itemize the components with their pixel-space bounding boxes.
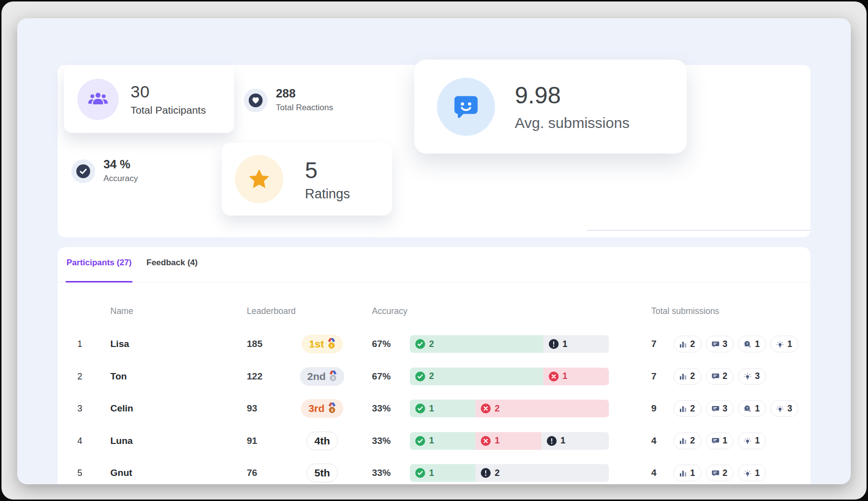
stat-card-ratings: 5 Ratings — [222, 143, 392, 216]
poll-icon — [679, 405, 687, 413]
rank-badge: 1st1 — [301, 335, 342, 353]
poll-badge: 2 — [673, 400, 701, 417]
row-index: 1 — [77, 339, 82, 349]
brainstorm-icon — [743, 469, 752, 477]
total-submissions-count: 9 — [651, 403, 657, 414]
gold-medal-icon: 1 — [328, 338, 335, 349]
rank-label: 3rd — [308, 403, 325, 414]
qna-badge: ?1 — [738, 336, 766, 352]
badge-count: 3 — [723, 404, 728, 414]
submission-type-badges: 121 — [673, 465, 766, 481]
poll-badge: 2 — [673, 336, 701, 352]
badge-count: 1 — [755, 339, 760, 349]
submission-type-badges: 211 — [673, 433, 766, 449]
accuracy-segment-correct: 1 — [410, 400, 475, 417]
svg-text:?: ? — [746, 406, 748, 410]
accuracy-segment-wrong: 1 — [543, 368, 609, 385]
participant-name: Celin — [110, 403, 133, 414]
segment-count: 2 — [495, 404, 500, 414]
leaderboard-score: 122 — [247, 371, 263, 382]
accuracy-bar: 111 — [410, 432, 609, 450]
participants-value: 30 — [131, 82, 206, 101]
comment-badge: 3 — [706, 336, 734, 352]
app-window: 30 Total Paticipants 288 Total Reactions — [17, 18, 851, 484]
participants-icon — [77, 79, 119, 120]
participants-table-panel: Participants (27) Feedback (4) Name Lead… — [58, 247, 810, 484]
rank-badge: 2nd2 — [300, 367, 344, 386]
submission-type-badges: 23?13 — [673, 400, 799, 417]
table-row-celin[interactable]: 3Celin933rd333%12923?13 — [58, 393, 810, 424]
heart-icon — [244, 89, 267, 112]
accuracy-segment-pending: 1 — [543, 335, 609, 353]
silver-medal-icon: 2 — [329, 371, 337, 381]
rank-label: 4th — [314, 435, 330, 447]
badge-count: 2 — [723, 468, 728, 478]
check-circle-icon — [415, 404, 425, 413]
accuracy-segment-wrong: 2 — [475, 400, 609, 417]
brainstorm-icon — [776, 405, 784, 413]
badge-count: 1 — [690, 468, 695, 478]
accuracy-bar: 21 — [410, 335, 609, 353]
accuracy-bar: 21 — [410, 368, 609, 385]
comment-icon — [711, 372, 720, 380]
accuracy-bar: 12 — [410, 464, 609, 482]
stat-card-avg-submissions: 9.98 Avg. submissions — [414, 60, 687, 154]
comment-badge: 3 — [706, 400, 734, 417]
segment-count: 2 — [495, 468, 500, 478]
participant-name: Gnut — [110, 468, 132, 478]
brainstorm-badge: 1 — [738, 433, 766, 449]
rank-cell: 3rd3 — [285, 399, 359, 418]
stat-card-participants: 30 Total Paticipants — [64, 65, 234, 133]
badge-count: 2 — [723, 371, 728, 381]
qna-icon: ? — [743, 340, 752, 348]
check-circle-icon — [415, 468, 425, 478]
star-icon — [235, 155, 283, 203]
segment-count: 1 — [563, 339, 568, 349]
segment-count: 1 — [429, 436, 434, 446]
badge-count: 1 — [755, 468, 760, 478]
rank-cell: 2nd2 — [285, 367, 359, 386]
brainstorm-icon — [743, 437, 752, 445]
accuracy-segment-wrong: 1 — [475, 432, 541, 450]
total-submissions-count: 7 — [651, 339, 657, 349]
segment-count: 2 — [429, 339, 434, 349]
participants-label: Total Paticipants — [131, 104, 206, 116]
badge-count: 2 — [690, 436, 695, 446]
table-row-gnut[interactable]: 5Gnut765th33%124121 — [58, 457, 810, 484]
x-circle-icon — [481, 436, 491, 446]
accuracy-percent: 67% — [372, 371, 391, 382]
accuracy-bar: 12 — [410, 400, 609, 417]
total-submissions-count: 4 — [651, 468, 657, 478]
total-submissions-count: 4 — [651, 436, 657, 446]
svg-text:1: 1 — [331, 344, 333, 348]
avg-submissions-value: 9.98 — [515, 82, 630, 109]
brainstorm-badge: 3 — [738, 368, 766, 385]
qna-icon: ? — [743, 405, 752, 413]
row-index: 2 — [77, 371, 82, 381]
table-body: 1Lisa1851st167%21723?112Ton1222nd267%217… — [58, 247, 810, 484]
segment-count: 1 — [561, 436, 566, 446]
table-row-ton[interactable]: 2Ton1222nd267%217223 — [58, 361, 810, 392]
check-circle-icon — [415, 436, 425, 446]
comment-icon — [711, 340, 720, 348]
table-row-luna[interactable]: 4Luna914th33%1114211 — [58, 425, 810, 457]
badge-count: 2 — [690, 371, 695, 381]
comment-badge: 1 — [706, 433, 734, 449]
badge-count: 2 — [690, 339, 695, 349]
segment-count: 1 — [429, 468, 434, 478]
badge-count: 1 — [787, 339, 792, 349]
participant-name: Luna — [110, 436, 133, 446]
brainstorm-icon — [776, 340, 784, 348]
accuracy-segment-correct: 2 — [410, 368, 543, 385]
exclamation-circle-icon — [549, 339, 559, 349]
comment-badge: 2 — [706, 368, 734, 385]
badge-count: 1 — [755, 436, 760, 446]
comment-icon — [711, 405, 720, 413]
accuracy-segment-pending: 2 — [475, 464, 609, 482]
poll-icon — [679, 469, 687, 477]
table-row-lisa[interactable]: 1Lisa1851st167%21723?11 — [58, 328, 810, 360]
x-circle-icon — [481, 404, 491, 413]
badge-count: 3 — [787, 404, 792, 414]
comment-icon — [711, 437, 720, 445]
chat-smiley-icon — [437, 78, 495, 136]
